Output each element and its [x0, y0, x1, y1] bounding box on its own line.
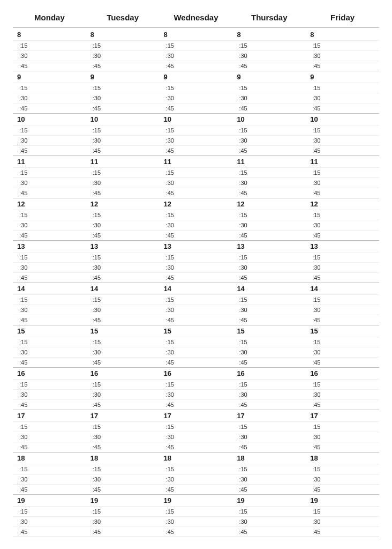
minute-row: :15:15:15:15:15: [13, 83, 379, 93]
day-header: Tuesday: [86, 11, 160, 24]
minute-cell: :30: [306, 432, 379, 442]
hour-cell: 15: [13, 325, 86, 337]
minute-cell: :15: [232, 380, 306, 389]
minute-cell: :15: [306, 507, 379, 516]
minute-cell: :30: [232, 305, 306, 315]
minute-cell: :30: [232, 178, 306, 188]
hour-cell: 19: [232, 495, 306, 506]
minute-cell: :45: [306, 61, 379, 71]
minute-cell: :45: [232, 358, 306, 367]
minute-cell: :45: [86, 400, 160, 410]
hour-cell: 16: [160, 368, 233, 379]
hour-block: 1414141414:15:15:15:15:15:30:30:30:30:30…: [13, 283, 379, 325]
minute-cell: :45: [86, 358, 160, 367]
hour-cell: 16: [232, 368, 306, 379]
hour-cell: 14: [13, 283, 86, 294]
minute-cell: :15: [160, 41, 233, 50]
minute-cell: :15: [86, 83, 160, 93]
hour-cell: 9: [86, 71, 160, 83]
minute-row: :15:15:15:15:15: [13, 380, 379, 390]
minute-cell: :30: [306, 347, 379, 357]
minute-cell: :45: [306, 231, 379, 240]
minute-row: :45:45:45:45:45: [13, 485, 379, 494]
minute-row: :45:45:45:45:45: [13, 231, 379, 240]
minute-cell: :15: [232, 464, 306, 474]
hour-cell: 19: [13, 495, 86, 506]
hour-row: 1515151515: [13, 325, 379, 337]
minute-cell: :45: [160, 485, 233, 494]
minute-row: :45:45:45:45:45: [13, 273, 379, 283]
hour-cell: 15: [160, 325, 233, 337]
hour-cell: 17: [306, 410, 379, 421]
hour-cell: 17: [232, 410, 306, 421]
minute-cell: :30: [13, 517, 86, 526]
minute-row: :15:15:15:15:15: [13, 125, 379, 136]
minute-cell: :30: [306, 474, 379, 484]
minute-cell: :15: [160, 83, 233, 93]
hour-cell: 19: [86, 495, 160, 506]
minute-cell: :15: [160, 210, 233, 220]
hour-cell: 8: [160, 29, 233, 40]
hour-cell: 15: [86, 325, 160, 337]
hour-row: 1111111111: [13, 156, 379, 168]
minute-cell: :30: [160, 305, 233, 315]
minute-cell: :45: [86, 146, 160, 155]
minute-cell: :15: [306, 464, 379, 474]
hour-cell: 18: [306, 452, 379, 464]
hour-cell: 14: [232, 283, 306, 294]
minute-cell: :30: [86, 517, 160, 526]
minute-cell: :45: [13, 231, 86, 240]
minute-cell: :45: [232, 527, 306, 537]
minute-cell: :15: [306, 422, 379, 432]
hour-block: 99999:15:15:15:15:15:30:30:30:30:30:45:4…: [13, 71, 379, 114]
minute-cell: :30: [232, 220, 306, 230]
minute-cell: :30: [86, 432, 160, 442]
minute-cell: :30: [160, 432, 233, 442]
minute-cell: :45: [306, 400, 379, 410]
minute-cell: :45: [13, 273, 86, 283]
minute-cell: :30: [160, 263, 233, 272]
minute-cell: :45: [160, 146, 233, 155]
minute-row: :30:30:30:30:30: [13, 432, 379, 442]
minute-cell: :45: [13, 61, 86, 71]
minute-cell: :15: [306, 125, 379, 135]
minute-row: :45:45:45:45:45: [13, 188, 379, 198]
minute-row: :45:45:45:45:45: [13, 315, 379, 325]
hour-row: 1313131313: [13, 241, 379, 253]
minute-cell: :15: [86, 168, 160, 177]
minute-row: :15:15:15:15:15: [13, 168, 379, 178]
minute-cell: :15: [160, 253, 233, 262]
minute-cell: :30: [160, 474, 233, 484]
hour-cell: 8: [86, 29, 160, 40]
minute-cell: :45: [13, 527, 86, 537]
minute-row: :45:45:45:45:45: [13, 61, 379, 71]
minute-cell: :30: [13, 390, 86, 399]
minute-row: :15:15:15:15:15: [13, 337, 379, 347]
minute-cell: :15: [160, 507, 233, 516]
minute-cell: :30: [306, 220, 379, 230]
minute-cell: :15: [86, 422, 160, 432]
minute-row: :30:30:30:30:30: [13, 347, 379, 358]
minute-cell: :45: [13, 442, 86, 452]
minute-row: :30:30:30:30:30: [13, 474, 379, 485]
minute-cell: :15: [306, 253, 379, 262]
hour-cell: 13: [306, 241, 379, 252]
minute-cell: :45: [86, 103, 160, 113]
minute-cell: :30: [13, 305, 86, 315]
minute-cell: :15: [306, 337, 379, 347]
minute-cell: :15: [13, 464, 86, 474]
hour-cell: 16: [306, 368, 379, 379]
hour-cell: 19: [160, 495, 233, 506]
minute-cell: :30: [306, 51, 379, 61]
hour-block: 1919191919:15:15:15:15:15:30:30:30:30:30…: [13, 495, 379, 537]
hour-cell: 13: [13, 241, 86, 252]
hour-block: 1616161616:15:15:15:15:15:30:30:30:30:30…: [13, 368, 379, 410]
hour-cell: 12: [306, 198, 379, 210]
minute-cell: :15: [160, 337, 233, 347]
minute-cell: :15: [306, 41, 379, 50]
hour-cell: 11: [306, 156, 379, 167]
minute-cell: :30: [13, 220, 86, 230]
hour-cell: 17: [86, 410, 160, 421]
hour-cell: 10: [160, 114, 233, 125]
day-header: Thursday: [232, 11, 306, 24]
